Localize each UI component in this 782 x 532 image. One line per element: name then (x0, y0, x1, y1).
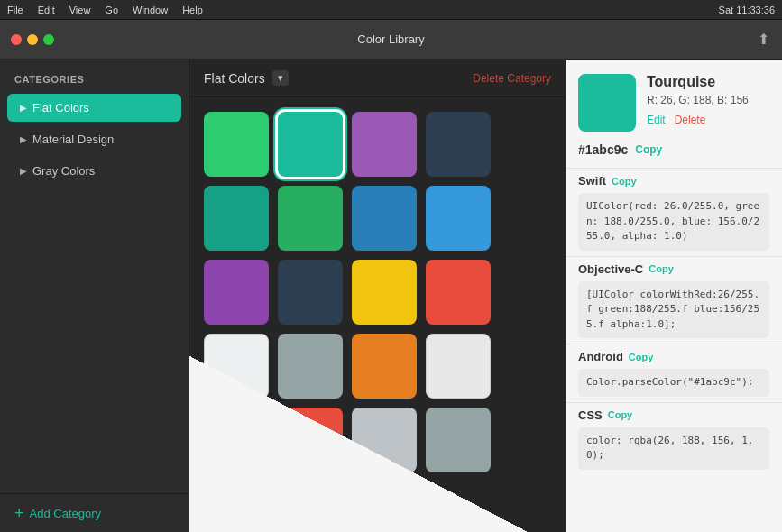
add-category-label: Add Category (30, 507, 102, 520)
sidebar-item-flat-colors[interactable]: ▶ Flat Colors (7, 94, 181, 122)
main-content: Categories ▶ Flat Colors ▶ Material Desi… (0, 60, 782, 532)
detail-info: Tourquise R: 26, G: 188, B: 156 Edit Del… (647, 74, 769, 126)
color-swatch[interactable] (352, 334, 417, 399)
color-swatch[interactable] (278, 186, 343, 251)
detail-section-css: CSS Copy color: rgba(26, 188, 156, 1.0); (566, 402, 782, 475)
objc-code: [UIColor colorWithRed:26/255.f green:188… (578, 281, 769, 339)
menu-help[interactable]: Help (182, 5, 203, 15)
close-button[interactable] (11, 34, 22, 45)
delete-category-button[interactable]: Delete Category (473, 72, 551, 85)
detail-section-android: Android Copy Color.parseColor("#1abc9c")… (566, 344, 782, 402)
sidebar-item-gray-colors[interactable]: ▶ Gray Colors (7, 157, 181, 185)
menu-view[interactable]: View (69, 5, 91, 15)
color-swatch[interactable] (204, 112, 269, 177)
detail-rgb: R: 26, G: 188, B: 156 (647, 94, 769, 106)
section-title-objc: Objective-C Copy (578, 262, 769, 276)
detail-color-name: Tourquise (647, 74, 769, 90)
swift-copy-button[interactable]: Copy (612, 176, 637, 187)
swift-code: UIColor(red: 26.0/255.0, green: 188.0/25… (578, 193, 769, 251)
css-code: color: rgba(26, 188, 156, 1.0); (578, 427, 769, 470)
chevron-right-icon: ▶ (20, 166, 27, 176)
section-label-objc: Objective-C (578, 262, 643, 276)
color-swatch[interactable] (204, 186, 269, 251)
menu-go[interactable]: Go (105, 5, 118, 15)
delete-color-button[interactable]: Delete (675, 114, 706, 126)
css-copy-button[interactable]: Copy (608, 409, 633, 420)
sidebar: Categories ▶ Flat Colors ▶ Material Desi… (0, 60, 189, 532)
detail-section-swift: Swift Copy UIColor(red: 26.0/255.0, gree… (566, 168, 782, 256)
chevron-right-icon: ▶ (20, 103, 27, 113)
color-grid-dropdown[interactable]: ▾ (272, 70, 289, 86)
color-swatch[interactable] (352, 260, 417, 325)
share-icon[interactable]: ⬆ (758, 31, 769, 48)
color-grid-title: Flat Colors (204, 71, 265, 86)
maximize-button[interactable] (43, 34, 54, 45)
android-code: Color.parseColor("#1abc9c"); (578, 369, 769, 397)
color-swatch[interactable] (352, 408, 417, 472)
traffic-lights (11, 34, 54, 45)
color-swatch[interactable] (352, 112, 417, 177)
detail-actions: Edit Delete (647, 114, 769, 126)
title-bar: Color Library ⬆ (0, 20, 782, 60)
color-swatch[interactable] (278, 408, 343, 472)
minimize-button[interactable] (27, 34, 38, 45)
menubar: File Edit View Go Window Help Sat 11:33:… (0, 0, 782, 20)
sidebar-item-label: Material Design (32, 133, 114, 146)
section-label-swift: Swift (578, 174, 606, 188)
dropdown-icon: ▾ (278, 72, 283, 84)
chevron-right-icon: ▶ (20, 134, 27, 144)
color-swatch[interactable] (426, 408, 491, 472)
categories-label: Categories (0, 74, 189, 94)
sidebar-item-material-design[interactable]: ▶ Material Design (7, 125, 181, 153)
menu-edit[interactable]: Edit (38, 5, 55, 15)
window-title: Color Library (357, 32, 424, 46)
plus-icon: + (14, 505, 24, 521)
hex-value: #1abc9c (578, 142, 628, 157)
color-grid-wrapper (189, 97, 566, 532)
detail-hex: #1abc9c Copy (566, 139, 782, 168)
add-category-button[interactable]: + Add Category (0, 493, 189, 532)
color-swatch[interactable] (426, 260, 491, 325)
color-swatch-selected[interactable] (278, 112, 343, 177)
color-swatch[interactable] (204, 334, 269, 399)
section-title-css: CSS Copy (578, 408, 769, 422)
color-swatch[interactable] (204, 408, 269, 472)
detail-color-swatch (578, 74, 636, 132)
objc-copy-button[interactable]: Copy (649, 263, 674, 274)
detail-panel: Tourquise R: 26, G: 188, B: 156 Edit Del… (566, 60, 782, 532)
color-grid-area: Flat Colors ▾ Delete Category (189, 60, 566, 532)
menu-window[interactable]: Window (133, 5, 168, 15)
menubar-right: Sat 11:33:36 (719, 5, 775, 15)
hex-copy-button[interactable]: Copy (635, 143, 662, 156)
section-label-android: Android (578, 350, 623, 363)
android-copy-button[interactable]: Copy (629, 352, 654, 362)
color-swatch[interactable] (426, 334, 491, 399)
section-label-css: CSS (578, 408, 603, 422)
section-title-swift: Swift Copy (578, 174, 769, 188)
color-swatch[interactable] (352, 186, 417, 251)
color-swatch[interactable] (278, 334, 343, 399)
color-swatch[interactable] (426, 186, 491, 251)
clock: Sat 11:33:36 (719, 5, 775, 15)
color-swatch[interactable] (426, 112, 491, 177)
color-swatch[interactable] (278, 260, 343, 325)
detail-section-objc: Objective-C Copy [UIColor colorWithRed:2… (566, 256, 782, 344)
detail-header: Tourquise R: 26, G: 188, B: 156 Edit Del… (566, 60, 782, 139)
edit-color-button[interactable]: Edit (647, 114, 666, 126)
color-swatch[interactable] (204, 260, 269, 325)
sidebar-item-label: Flat Colors (32, 101, 89, 115)
menu-file[interactable]: File (7, 5, 23, 15)
app-window: Color Library ⬆ Categories ▶ Flat Colors… (0, 20, 782, 532)
color-grid-header: Flat Colors ▾ Delete Category (189, 60, 566, 97)
color-grid (189, 97, 566, 487)
section-title-android: Android Copy (578, 350, 769, 363)
sidebar-item-label: Gray Colors (32, 164, 95, 178)
